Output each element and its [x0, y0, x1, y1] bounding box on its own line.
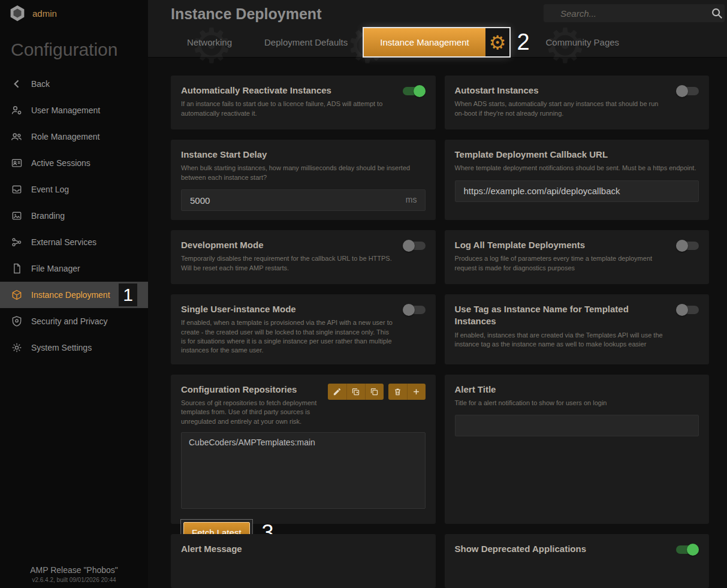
setting-card-log-all-template-deployments: Log All Template Deployments Produces a …: [445, 230, 710, 284]
active-tab-highlight: Instance Management ⚙: [364, 28, 509, 56]
repositories-list[interactable]: CubeCoders/AMPTemplates:main: [181, 432, 426, 509]
settings-grid: Automatically Reactivate Instances If an…: [148, 58, 727, 588]
duplicate-button[interactable]: [365, 384, 384, 400]
sidebar-item-label: Back: [31, 79, 50, 89]
page-title: Instance Deployment: [171, 5, 321, 23]
edit-button-group: [328, 384, 384, 400]
sidebar-item-label: Instance Deployment: [31, 290, 110, 300]
setting-card-single-user-instance-mode: Single User-instance Mode If enabled, wh…: [171, 294, 436, 364]
search-icon[interactable]: [710, 7, 723, 20]
setting-card-show-deprecated-applications: Show Deprecated Applications: [445, 534, 710, 588]
setting-title: Template Deployment Callback URL: [455, 149, 699, 161]
sidebar-item-external-services[interactable]: External Services: [0, 229, 148, 255]
setting-title: Automatically Reactivate Instances: [181, 85, 394, 97]
sidebar-nav: Back User Management Role Management Act…: [0, 71, 148, 565]
toggle-development-mode[interactable]: [403, 242, 426, 250]
release-name: AMP Release "Phobos": [0, 565, 148, 575]
user-gear-icon: [11, 104, 23, 116]
setting-title: Single User-instance Mode: [181, 303, 394, 315]
setting-card-autostart-instances: Autostart Instances When ADS starts, aut…: [445, 76, 710, 129]
version-footer: AMP Release "Phobos" v2.6.4.2, built 09/…: [0, 565, 148, 588]
sidebar-item-label: Event Log: [31, 185, 69, 194]
sidebar-item-file-manager[interactable]: File Manager: [0, 255, 148, 282]
toggle-knob: [403, 240, 415, 252]
modify-button-group: [388, 384, 426, 400]
cubecoders-logo-icon: [8, 4, 26, 22]
sidebar-item-event-log[interactable]: Event Log: [0, 176, 148, 203]
shield-icon: [11, 315, 23, 327]
sidebar-item-active-sessions[interactable]: Active Sessions: [0, 150, 148, 176]
gear-icon: [11, 342, 23, 354]
toggle-log-all-template-deployments[interactable]: [676, 242, 699, 250]
sidebar-item-system-settings[interactable]: System Settings: [0, 334, 148, 361]
tab-networking[interactable]: Networking: [171, 28, 248, 57]
main-panel: Instance Deployment ⚙ ⚙ ⚙ Networking Dep…: [148, 0, 727, 588]
toggle-single-user-instance-mode[interactable]: [403, 306, 426, 314]
delete-button[interactable]: [388, 384, 407, 400]
sidebar: admin Configuration Back User Management…: [0, 0, 148, 588]
inbox-icon: [11, 183, 23, 195]
sidebar-item-back[interactable]: Back: [0, 71, 148, 97]
alert-title-input[interactable]: [455, 415, 699, 436]
annotation-step-2: 2: [517, 28, 529, 57]
setting-card-configuration-repositories: Configuration Repositories Sources of gi…: [171, 375, 436, 524]
setting-title: Use Tag as Instance Name for Templated I…: [455, 303, 668, 328]
setting-title: Alert Title: [455, 384, 699, 396]
sidebar-item-role-management[interactable]: Role Management: [0, 123, 148, 150]
tab-instance-management[interactable]: Instance Management: [364, 28, 485, 56]
sidebar-item-label: Security and Privacy: [31, 316, 108, 326]
sidebar-item-branding[interactable]: Branding: [0, 203, 148, 229]
sidebar-item-label: File Manager: [31, 264, 80, 273]
setting-card-instance-start-delay: Instance Start Delay When bulk starting …: [171, 140, 436, 220]
instance-start-delay-input[interactable]: [181, 189, 426, 211]
setting-card-development-mode: Development Mode Temporarily disables th…: [171, 230, 436, 284]
callback-url-input[interactable]: [455, 180, 699, 202]
toggle-knob: [676, 240, 688, 252]
file-icon: [11, 263, 23, 275]
toggle-knob: [687, 544, 699, 556]
setting-card-template-deployment-callback-url: Template Deployment Callback URL Where t…: [445, 140, 710, 220]
setting-title: Instance Start Delay: [181, 149, 426, 161]
build-version: v2.6.4.2, built 09/01/2026 20:44: [0, 577, 148, 583]
sidebar-item-label: System Settings: [31, 343, 92, 352]
decorative-gear-icon: ⚙: [485, 28, 510, 56]
tab-bar: ⚙ ⚙ ⚙ Networking Deployment Defaults Ins…: [148, 28, 727, 58]
setting-description: Produces a log file of parameters every …: [455, 254, 668, 273]
toggle-automatically-reactivate-instances[interactable]: [403, 87, 426, 95]
setting-description: Temporarily disables the requirement for…: [181, 254, 394, 273]
setting-description: When ADS starts, automatically start any…: [455, 99, 668, 118]
package-icon: [11, 289, 23, 301]
add-button[interactable]: [407, 384, 426, 400]
sidebar-item-label: External Services: [31, 237, 96, 247]
amp-configuration-screen: admin Configuration Back User Management…: [0, 0, 727, 588]
toggle-knob: [676, 304, 688, 316]
setting-description: If enabled, instances that are created v…: [455, 331, 668, 349]
toggle-show-deprecated-applications[interactable]: [676, 545, 699, 554]
user-menu[interactable]: admin: [0, 0, 148, 26]
toggle-use-tag-as-instance-name[interactable]: [676, 306, 699, 314]
tab-community-pages[interactable]: Community Pages: [530, 28, 636, 57]
setting-description: Where template deployment notifications …: [455, 164, 699, 173]
setting-card-use-tag-as-instance-name: Use Tag as Instance Name for Templated I…: [445, 294, 710, 364]
username: admin: [32, 8, 57, 19]
edit-button[interactable]: [328, 384, 346, 400]
setting-card-automatically-reactivate-instances: Automatically Reactivate Instances If an…: [171, 76, 436, 129]
topbar: Instance Deployment: [148, 0, 727, 28]
user-card-icon: [11, 157, 23, 169]
toggle-autostart-instances[interactable]: [676, 87, 699, 95]
annotation-step-1: 1: [119, 284, 137, 306]
sidebar-item-label: Active Sessions: [31, 158, 91, 168]
setting-title: Development Mode: [181, 239, 394, 251]
sidebar-title: Configuration: [0, 26, 148, 71]
sidebar-item-user-management[interactable]: User Management: [0, 97, 148, 123]
copy-add-button[interactable]: [346, 384, 365, 400]
search-box: [544, 4, 725, 22]
setting-title: Show Deprecated Applications: [455, 543, 668, 555]
sidebar-item-instance-deployment[interactable]: Instance Deployment 1: [0, 282, 148, 308]
sidebar-item-label: Role Management: [31, 132, 99, 141]
tab-deployment-defaults[interactable]: Deployment Defaults: [248, 28, 364, 57]
unit-suffix: ms: [406, 195, 417, 204]
sidebar-item-label: Branding: [31, 211, 65, 221]
sidebar-item-security-and-privacy[interactable]: Security and Privacy: [0, 308, 148, 334]
search-input[interactable]: [544, 8, 725, 19]
